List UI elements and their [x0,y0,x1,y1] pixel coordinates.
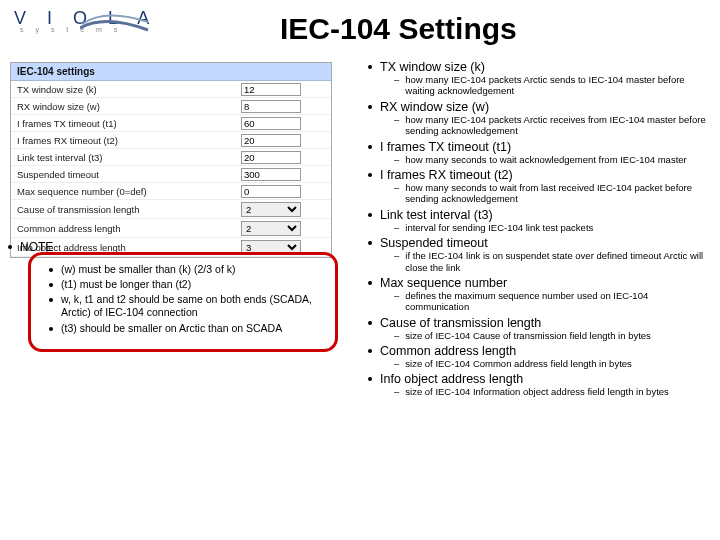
setting-label: I frames RX timeout (t2) [11,132,235,149]
definition-desc: how many seconds to wait acknowledgement… [405,154,710,165]
settings-row: Suspended timeout [11,166,331,183]
definition-item: Common address length–size of IEC-104 Co… [368,344,710,370]
definition-item: Suspended timeout–if the IEC-104 link is… [368,236,710,274]
definition-desc-row: –interval for sending IEC-104 link test … [394,222,710,233]
definition-title: Suspended timeout [380,236,710,250]
definition-item: Info object address length–size of IEC-1… [368,372,710,398]
definition-desc-row: –size of IEC-104 Information object addr… [394,386,710,397]
bullet-icon [368,173,372,177]
definition-item: I frames RX timeout (t2)–how many second… [368,168,710,206]
definition-desc: how many seconds to wait from last recei… [405,182,710,205]
setting-label: Suspended timeout [11,166,235,183]
dash-icon: – [394,154,399,165]
setting-label: Cause of transmission length [11,200,235,219]
definition-desc-row: –how many IEC-104 packets Arctic sends t… [394,74,710,97]
definition-desc-row: –how many IEC-104 packets Arctic receive… [394,114,710,137]
settings-row: TX window size (k) [11,81,331,98]
definition-title: Info object address length [380,372,710,386]
setting-label: I frames TX timeout (t1) [11,115,235,132]
definition-desc: interval for sending IEC-104 link test p… [405,222,710,233]
definition-title: Max sequence number [380,276,710,290]
definition-title: Cause of transmission length [380,316,710,330]
settings-row: RX window size (w) [11,98,331,115]
definition-item: I frames TX timeout (t1)–how many second… [368,140,710,166]
setting-select[interactable]: 2 [241,221,301,236]
bullet-icon [368,321,372,325]
definition-item: TX window size (k)–how many IEC-104 pack… [368,60,710,98]
definition-title: RX window size (w) [380,100,710,114]
definition-item: RX window size (w)–how many IEC-104 pack… [368,100,710,138]
bullet-icon [368,281,372,285]
settings-row: Cause of transmission length2 [11,200,331,219]
note-text: w, k, t1 and t2 should be same on both e… [61,293,321,319]
note-text: (t3) should be smaller on Arctic than on… [61,322,282,335]
dash-icon: – [394,114,399,137]
definition-desc-row: –size of IEC-104 Cause of transmission f… [394,330,710,341]
note-text: (w) must be smaller than (k) (2/3 of k) [61,263,235,276]
note-item: (t1) must be longer than (t2) [49,278,321,291]
note-box: (w) must be smaller than (k) (2/3 of k)(… [28,252,338,352]
bullet-icon [368,241,372,245]
page-title: IEC-104 Settings [280,12,517,46]
definition-desc: how many IEC-104 packets Arctic receives… [405,114,710,137]
bullet-icon [368,213,372,217]
definition-desc: size of IEC-104 Cause of transmission fi… [405,330,710,341]
bullet-icon [8,245,12,249]
settings-heading: IEC-104 settings [11,63,331,81]
setting-label: Common address length [11,219,235,238]
definition-desc: if the IEC-104 link is on suspendet stat… [405,250,710,273]
bullet-icon [368,145,372,149]
note-item: w, k, t1 and t2 should be same on both e… [49,293,321,319]
definition-desc-row: –if the IEC-104 link is on suspendet sta… [394,250,710,273]
settings-row: I frames TX timeout (t1) [11,115,331,132]
bullet-icon [368,349,372,353]
definition-desc-row: –how many seconds to wait from last rece… [394,182,710,205]
setting-input[interactable] [241,83,301,96]
setting-label: Link test interval (t3) [11,149,235,166]
note-list: (w) must be smaller than (k) (2/3 of k)(… [49,263,321,335]
dash-icon: – [394,222,399,233]
settings-panel: IEC-104 settings TX window size (k)RX wi… [10,62,332,258]
setting-label: TX window size (k) [11,81,235,98]
definition-desc: defines the maximum sequence number used… [405,290,710,313]
definition-desc: size of IEC-104 Information object addre… [405,386,710,397]
bullet-icon [49,268,53,272]
setting-input[interactable] [241,151,301,164]
bullet-icon [368,65,372,69]
dash-icon: – [394,358,399,369]
definition-title: Link test interval (t3) [380,208,710,222]
definition-item: Cause of transmission length–size of IEC… [368,316,710,342]
note-text: (t1) must be longer than (t2) [61,278,191,291]
note-item: (t3) should be smaller on Arctic than on… [49,322,321,335]
bullet-icon [49,298,53,302]
bullet-icon [49,327,53,331]
note-section: NOTE (w) must be smaller than (k) (2/3 o… [8,240,348,352]
bullet-icon [368,377,372,381]
definitions-column: TX window size (k)–how many IEC-104 pack… [368,60,710,401]
definition-title: Common address length [380,344,710,358]
dash-icon: – [394,386,399,397]
settings-table: TX window size (k)RX window size (w)I fr… [11,81,331,257]
note-item: (w) must be smaller than (k) (2/3 of k) [49,263,321,276]
setting-label: RX window size (w) [11,98,235,115]
settings-row: Max sequence number (0=def) [11,183,331,200]
setting-input[interactable] [241,168,301,181]
definition-desc-row: –how many seconds to wait acknowledgemen… [394,154,710,165]
setting-input[interactable] [241,185,301,198]
definition-desc: how many IEC-104 packets Arctic sends to… [405,74,710,97]
setting-input[interactable] [241,134,301,147]
setting-input[interactable] [241,117,301,130]
setting-input[interactable] [241,100,301,113]
definition-desc: size of IEC-104 Common address field len… [405,358,710,369]
setting-select[interactable]: 2 [241,202,301,217]
definition-title: I frames RX timeout (t2) [380,168,710,182]
swoosh-icon [80,6,150,36]
dash-icon: – [394,182,399,205]
dash-icon: – [394,290,399,313]
definition-title: TX window size (k) [380,60,710,74]
settings-row: I frames RX timeout (t2) [11,132,331,149]
definition-item: Link test interval (t3)–interval for sen… [368,208,710,234]
note-heading: NOTE [20,240,53,254]
settings-row: Common address length2 [11,219,331,238]
settings-row: Link test interval (t3) [11,149,331,166]
